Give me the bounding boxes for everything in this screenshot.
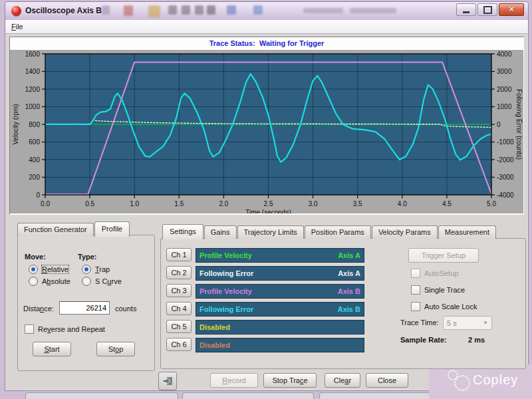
radio-icon [29, 265, 38, 274]
distance-units: counts [115, 305, 136, 313]
tab-function-generator[interactable]: Function Generator [17, 223, 94, 236]
ch6-signal: Disabled [200, 341, 230, 349]
desktop: Oscilloscope Axis B ✕ Fil [0, 0, 532, 399]
autosetup-checkbox[interactable]: AutoSetup [411, 269, 458, 278]
svg-text:1000: 1000 [25, 103, 41, 110]
close-button[interactable]: ✕ [499, 3, 524, 16]
ch2-button[interactable]: Ch 2 [166, 266, 192, 279]
ch4-axis: Axis B [338, 305, 360, 313]
radio-scurve[interactable]: S Curve [82, 277, 122, 286]
ch5-bar: Disabled [196, 320, 364, 334]
minimize-button[interactable] [456, 3, 476, 16]
ch4-bar: Following Error Axis B [196, 302, 364, 317]
ghost-icon [168, 5, 177, 15]
ch2-signal: Following Error [200, 269, 253, 277]
svg-text:200: 200 [29, 174, 40, 181]
ch5-button[interactable]: Ch 5 [166, 320, 192, 333]
radio-scurve-label: S Curve [95, 277, 122, 285]
stop-button[interactable]: Stop [96, 342, 135, 356]
menu-file[interactable]: File [5, 21, 29, 33]
channel-row: Ch 3 Profile Velocity Axis B [161, 284, 525, 297]
svg-text:-4000: -4000 [497, 192, 514, 199]
svg-text:0.5: 0.5 [85, 200, 94, 207]
svg-text:Time (seconds): Time (seconds) [245, 209, 291, 213]
radio-absolute-label: Absolute [42, 277, 70, 285]
svg-text:1400: 1400 [25, 68, 41, 75]
settings-panel: Ch 1 Profile Velocity Axis A Ch 2 Follow… [160, 238, 526, 369]
brand-text: Copley [473, 372, 518, 388]
dock-button[interactable] [158, 372, 177, 390]
sample-rate-value: 2 ms [468, 336, 485, 344]
svg-text:2.0: 2.0 [219, 200, 228, 207]
menu-bar: File [5, 20, 528, 34]
minimize-icon [463, 11, 469, 13]
checkbox-icon [411, 285, 420, 295]
maximize-icon [483, 6, 492, 14]
svg-text:4.5: 4.5 [442, 200, 452, 207]
distance-label: Distance: [23, 305, 54, 313]
radio-relative[interactable]: Relative [29, 265, 68, 274]
svg-text:Velocity (rpm): Velocity (rpm) [12, 104, 19, 144]
svg-text:1200: 1200 [25, 86, 41, 93]
single-trace-label: Single Trace [424, 286, 465, 294]
app-icon [11, 6, 21, 16]
right-tab-row: Settings Gains Trajectory Limits Positio… [162, 223, 497, 238]
ch6-button[interactable]: Ch 6 [166, 338, 192, 351]
tab-profile[interactable]: Profile [94, 221, 130, 237]
trace-status-text: Trace Status: Waiting for Trigger [209, 39, 325, 47]
svg-text:5.0: 5.0 [487, 200, 496, 207]
background-groupbox [182, 392, 314, 399]
close-dialog-button[interactable]: Close [366, 373, 408, 388]
radio-trap[interactable]: Trap [82, 265, 110, 274]
watermark-area: Copley [429, 364, 532, 399]
ch4-button[interactable]: Ch 4 [166, 302, 192, 315]
ghost-icon [195, 5, 203, 15]
trace-time-dropdown[interactable]: 5 s ▼ [443, 316, 492, 330]
checkbox-icon [411, 302, 420, 311]
trace-status-bar: Trace Status: Waiting for Trigger [10, 37, 523, 49]
svg-text:3.0: 3.0 [309, 200, 318, 207]
auto-scale-lock-checkbox[interactable]: Auto Scale Lock [411, 302, 477, 311]
svg-text:1.0: 1.0 [130, 200, 139, 207]
maximize-button[interactable] [477, 3, 497, 16]
close-icon: ✕ [508, 6, 514, 13]
ch3-button[interactable]: Ch 3 [166, 284, 192, 297]
tab-settings[interactable]: Settings [162, 224, 203, 239]
stop-trace-button[interactable]: Stop Trace [263, 373, 317, 388]
svg-text:0.0: 0.0 [41, 200, 50, 207]
copley-logo-icon [454, 375, 470, 391]
clear-button[interactable]: Clear [325, 373, 360, 388]
distance-input[interactable] [59, 301, 110, 315]
svg-text:1000: 1000 [497, 103, 512, 110]
single-trace-checkbox[interactable]: Single Trace [411, 285, 465, 295]
record-button[interactable]: Record [210, 373, 258, 388]
ch2-axis: Axis A [338, 269, 360, 277]
trigger-setup-button[interactable]: Trigger Setup [408, 248, 479, 263]
background-groupbox [25, 392, 178, 399]
type-label: Type: [78, 253, 97, 261]
start-button[interactable]: Start [33, 342, 71, 356]
auto-scale-lock-label: Auto Scale Lock [424, 303, 477, 311]
svg-text:0: 0 [497, 121, 501, 128]
oscilloscope-chart: 0.00.51.01.52.02.53.03.54.04.55.00200400… [10, 50, 523, 213]
radio-icon [82, 277, 91, 286]
radio-absolute[interactable]: Absolute [29, 277, 70, 286]
ghost-icon [227, 5, 236, 15]
tab-measurement[interactable]: Measurement [438, 225, 496, 239]
reverse-repeat-checkbox[interactable]: Reverse and Repeat [25, 325, 105, 334]
ghost-icon [102, 5, 110, 15]
tab-velocity-params[interactable]: Velocity Params [372, 225, 438, 239]
title-bar[interactable]: Oscilloscope Axis B ✕ [5, 2, 528, 21]
window-controls: ✕ [456, 3, 524, 16]
ghost-icon [148, 5, 160, 17]
radio-trap-label: Trap [95, 265, 110, 273]
trace-time-label: Trace Time: [400, 319, 439, 327]
tab-position-params[interactable]: Position Params [305, 225, 371, 239]
svg-text:800: 800 [29, 121, 40, 128]
ch1-button[interactable]: Ch 1 [166, 248, 192, 261]
svg-text:2.5: 2.5 [264, 200, 273, 207]
ghost-icon [124, 5, 133, 16]
tab-trajectory-limits[interactable]: Trajectory Limits [237, 225, 304, 239]
dock-arrow-icon [162, 376, 174, 386]
tab-gains[interactable]: Gains [204, 225, 237, 239]
